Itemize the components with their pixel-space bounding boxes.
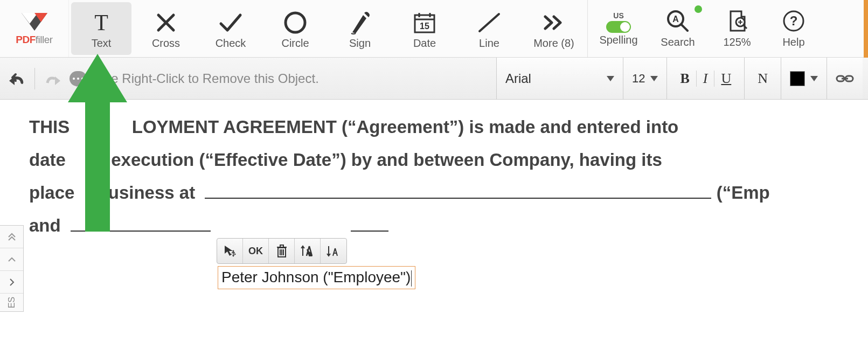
size-up-icon [300, 244, 316, 258]
text-tool-label: Text [92, 37, 112, 50]
svg-text:A: A [672, 15, 679, 24]
logo-text: PDFfiller [16, 34, 52, 46]
date-tool-button[interactable]: 15 Date [392, 0, 457, 57]
circle-tool-label: Circle [281, 37, 309, 50]
format-toolbar: Use Right-Click to Remove this Object. A… [0, 58, 868, 100]
svg-rect-25 [280, 245, 283, 247]
format-group: Arial 12 B I U N [496, 58, 863, 99]
document-area[interactable]: THISXEMPXLOYMENT AGREEMENT (“Agreement”)… [0, 100, 868, 242]
search-button[interactable]: A Search [648, 0, 707, 57]
document-text: THISXEMPXLOYMENT AGREEMENT (“Agreement”)… [29, 110, 868, 242]
calendar-icon: 15 [413, 8, 436, 37]
text-color-select[interactable] [781, 58, 827, 99]
move-cursor-icon [223, 244, 237, 258]
color-swatch-icon [790, 71, 805, 86]
check-icon [218, 8, 244, 37]
sign-icon [348, 8, 372, 37]
hint-text: Use Right-Click to Remove this Object. [95, 71, 319, 86]
hint-bubble-icon [70, 71, 87, 86]
blank-field-2b[interactable] [351, 217, 388, 232]
trash-icon [276, 244, 288, 258]
app-logo[interactable]: PDFfiller [0, 0, 69, 57]
circle-icon [282, 8, 308, 37]
separator [714, 71, 714, 87]
text-input-field[interactable]: Peter Johnson ("Employee") [218, 266, 415, 289]
spelling-button[interactable]: US Spelling [589, 0, 648, 57]
spelling-toggle-icon [606, 21, 631, 33]
sub-left-group: Use Right-Click to Remove this Object. [5, 68, 319, 89]
double-chevron-up-icon [7, 232, 17, 242]
link-button[interactable] [827, 58, 863, 99]
font-size-select[interactable]: 12 [623, 58, 666, 99]
cross-tool-button[interactable]: Cross [134, 0, 198, 57]
separator [696, 71, 697, 87]
svg-line-13 [681, 24, 688, 31]
check-tool-label: Check [216, 37, 246, 50]
font-family-value: Arial [505, 71, 531, 86]
right-edge-accent [864, 0, 868, 58]
scroll-top-button[interactable] [0, 226, 23, 248]
pages-label: ES [7, 294, 17, 311]
font-family-select[interactable]: Arial [496, 58, 623, 99]
notification-dot-icon [695, 5, 702, 13]
cross-icon [154, 8, 178, 37]
help-button[interactable]: ? Help [767, 0, 821, 57]
ok-label: OK [248, 246, 263, 257]
svg-text:T: T [94, 10, 108, 35]
spelling-language-badge: US [613, 11, 623, 20]
spelling-label: Spelling [599, 34, 637, 46]
help-icon: ? [782, 9, 805, 35]
check-tool-button[interactable]: Check [198, 0, 263, 57]
text-cursor [411, 270, 412, 287]
text-edit-toolbar: OK [217, 238, 347, 264]
expand-pages-button[interactable] [0, 271, 23, 294]
chevron-up-icon [8, 256, 16, 263]
underline-button[interactable]: U [717, 71, 735, 87]
normal-style-button[interactable]: N [744, 58, 781, 99]
more-tools-button[interactable]: More (8) [522, 0, 586, 57]
svg-text:15: 15 [420, 22, 429, 31]
zoom-label: 125% [723, 36, 751, 48]
circle-tool-button[interactable]: Circle [263, 0, 328, 57]
search-icon: A [666, 9, 690, 35]
text-style-group: B I U [666, 58, 744, 99]
more-tools-label: More (8) [533, 37, 574, 50]
undo-icon [7, 71, 25, 86]
date-tool-label: Date [413, 37, 436, 50]
zoom-icon [725, 9, 749, 35]
chevron-down-icon [650, 76, 658, 81]
line-tool-label: Line [479, 37, 499, 50]
blank-field-1[interactable] [205, 184, 711, 199]
svg-point-4 [286, 13, 305, 32]
text-icon: T [88, 8, 114, 37]
move-handle-button[interactable] [217, 239, 243, 263]
text-tool-button[interactable]: T Text [71, 2, 131, 55]
help-label: Help [782, 36, 804, 48]
blank-field-2a[interactable] [71, 217, 211, 232]
font-size-value: 12 [632, 72, 645, 86]
ok-button[interactable]: OK [243, 239, 269, 263]
search-label: Search [661, 36, 695, 48]
delete-button[interactable] [269, 239, 295, 263]
bold-button[interactable]: B [676, 71, 693, 87]
more-icon [541, 8, 567, 37]
svg-text:?: ? [790, 13, 798, 28]
scroll-up-button[interactable] [0, 248, 23, 271]
main-toolbar: PDFfiller T Text Cross Check Circle Sign [0, 0, 868, 58]
decrease-size-button[interactable] [321, 239, 346, 263]
sign-tool-button[interactable]: Sign [328, 0, 392, 57]
line-tool-button[interactable]: Line [457, 0, 522, 57]
sub-divider [34, 68, 35, 89]
redo-button[interactable] [43, 68, 64, 89]
normal-label: N [753, 71, 772, 87]
pages-sidebar: ES [0, 225, 24, 312]
italic-button[interactable]: I [699, 71, 712, 87]
increase-size-button[interactable] [295, 239, 321, 263]
logo-icon [18, 11, 51, 32]
toolbar-separator [587, 0, 588, 57]
redo-icon [44, 71, 63, 86]
undo-button[interactable] [5, 68, 27, 89]
zoom-button[interactable]: 125% [707, 0, 767, 57]
pages-label-cell: ES [0, 294, 23, 311]
chevron-down-icon [810, 76, 818, 81]
